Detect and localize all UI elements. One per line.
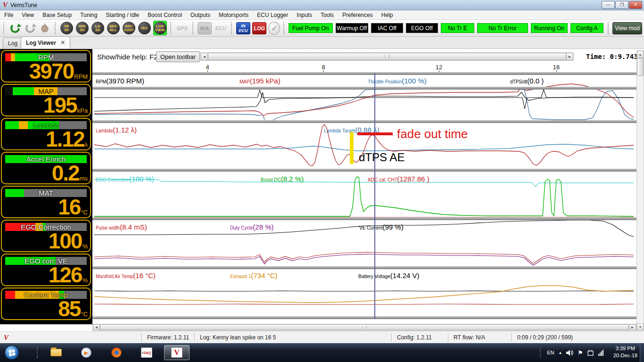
log-view-button[interactable]: LOGVIEW: [153, 21, 167, 35]
start-button[interactable]: [5, 346, 19, 360]
annotation-dtps-ae: dTPS AE: [359, 151, 405, 164]
panel-divider[interactable]: [92, 87, 636, 90]
panel-divider[interactable]: [92, 169, 636, 172]
taskbar-explorer-button[interactable]: [43, 345, 69, 360]
menu-help[interactable]: Help: [377, 11, 397, 19]
vertical-scrollbar[interactable]: ▲ ▼: [636, 50, 644, 331]
toolbar-grip: [170, 22, 172, 34]
ve-3d-button[interactable]: VE3D: [60, 21, 74, 35]
iac-button[interactable]: IAC: [138, 21, 151, 35]
scrollbar-thumb[interactable]: [100, 324, 629, 330]
vemstune-icon: V: [171, 347, 182, 358]
show-hidden-icons[interactable]: ▲: [558, 351, 562, 355]
gauge-title: Lambda: [2, 121, 90, 129]
in-ecu-button[interactable]: INECU: [236, 22, 250, 34]
config-status: Config: 1.2.11: [397, 334, 432, 341]
tab-log[interactable]: Log: [3, 38, 23, 49]
menu-preferences[interactable]: Preferences: [338, 11, 377, 19]
series-label-battery-voltage: Battery Voltage(14.24 V): [358, 272, 420, 280]
menu-motorsports[interactable]: Motorsports: [215, 11, 253, 19]
gauge-coolant-temp: Coolant Temp 85°C: [1, 288, 91, 320]
series-label-duty-cycle: Duty Cycle(28 %): [230, 223, 274, 231]
network-signal-icon[interactable]: [598, 350, 603, 356]
power-plug-icon[interactable]: [587, 350, 594, 356]
gauge-unit: RPM: [74, 73, 88, 80]
scroll-down-icon[interactable]: ▼: [637, 323, 644, 330]
open-toolbar-button[interactable]: Open toolbar: [156, 51, 200, 62]
read-ecu-button[interactable]: [8, 21, 22, 35]
scroll-right-icon[interactable]: ►: [566, 53, 573, 60]
menu-file[interactable]: File: [0, 11, 17, 19]
view-mode-button[interactable]: View mod: [612, 22, 642, 34]
menu-starting-idle[interactable]: Starting / Idle: [101, 11, 143, 19]
ign-2d-button[interactable]: IGN2D: [75, 21, 89, 35]
gps-button[interactable]: GPS: [175, 22, 189, 34]
firefox-icon: [111, 347, 122, 358]
clock-date: 20-Dec-18: [613, 352, 637, 359]
validate-button[interactable]: ✓: [268, 22, 280, 35]
la-2d-button[interactable]: LA2D: [91, 21, 105, 35]
taskbar-vemstune-button[interactable]: V: [164, 345, 190, 360]
gauge-title: Accel Enrich: [2, 155, 90, 163]
media-player-icon: ▶: [81, 347, 91, 358]
taskbar-firefox-button[interactable]: [104, 345, 129, 360]
series-label-exhaust-1: Exhaust 1(734 °C): [230, 272, 278, 280]
ecu-button[interactable]: ECU: [214, 22, 228, 34]
rt-flow-status: RT flow: N/A: [454, 334, 485, 341]
gauge-panel: RPM 3970RPM MAP 195kPa Lambda 1.12λ Acce…: [0, 49, 92, 324]
scrollbar-thumb[interactable]: [208, 53, 566, 60]
adc-all-button[interactable]: ADCALL: [107, 21, 120, 35]
show-desktop-button[interactable]: [640, 343, 644, 362]
tab-bar: Log Log Viewer✕: [0, 37, 644, 49]
menu-tuning[interactable]: Tuning: [76, 11, 101, 19]
panel-divider[interactable]: [92, 266, 636, 269]
app-logo-icon: V: [3, 1, 8, 9]
menu-base-setup[interactable]: Base Setup: [38, 11, 76, 19]
close-button[interactable]: [629, 1, 642, 9]
panel-divider[interactable]: [92, 72, 636, 75]
adc-cust-button[interactable]: ADCCUST: [122, 21, 136, 35]
taskbar-clock[interactable]: 3:39 PM 20-Dec-18: [613, 345, 637, 359]
scroll-left-icon[interactable]: ◄: [201, 53, 208, 60]
top-scrollbar[interactable]: ◄ ►: [200, 52, 574, 61]
scroll-left-icon[interactable]: ◄: [93, 324, 100, 330]
folder-icon: [50, 349, 62, 356]
menu-inputs[interactable]: Inputs: [292, 11, 316, 19]
burn-button[interactable]: [39, 21, 51, 35]
panel-divider[interactable]: [92, 217, 636, 220]
help-text: Show/hide help: F2: [97, 53, 157, 61]
taskbar-media-player-button[interactable]: ▶: [74, 345, 99, 360]
maximize-button[interactable]: [615, 1, 628, 9]
gauge-value: 1.12: [46, 129, 84, 149]
taskbar-idaq-button[interactable]: iDAQ: [134, 345, 159, 360]
panel-divider[interactable]: [92, 316, 636, 319]
gauge-ego-corr-ve: EGO corr. VE 126%: [1, 254, 91, 286]
log-source-button[interactable]: LOG: [252, 22, 267, 34]
windows-flag-icon: [8, 349, 15, 356]
tab-close-icon[interactable]: ✕: [61, 40, 65, 46]
write-ecu-button[interactable]: [24, 21, 37, 35]
tray-grip: [540, 347, 543, 358]
menu-ecu-logger[interactable]: ECU Logger: [253, 11, 292, 19]
menu-tools[interactable]: Tools: [316, 11, 338, 19]
scrollbar-track[interactable]: [637, 76, 644, 323]
minimize-button[interactable]: [602, 1, 615, 9]
scroll-right-icon[interactable]: ►: [629, 324, 636, 330]
scroll-up-icon[interactable]: ▲: [637, 51, 644, 58]
series-label-map: MAP(195 kPa): [239, 77, 281, 85]
menu-boost-control[interactable]: Boost Control: [143, 11, 186, 19]
bottom-scrollbar[interactable]: ◄ ►: [92, 324, 636, 331]
gauge-rpm: RPM 3970RPM: [1, 50, 91, 82]
time-display: Time: 0:9.743: [586, 53, 638, 60]
gauge-lambda: Lambda 1.12λ: [1, 118, 91, 150]
scrollbar-thumb[interactable]: [637, 58, 644, 76]
volume-icon[interactable]: [566, 350, 573, 356]
language-indicator[interactable]: EN: [547, 350, 554, 355]
action-flag-icon[interactable]: ⚑: [578, 349, 583, 356]
na-button[interactable]: N/A: [198, 22, 212, 34]
gauge-mat: MAT 16°C: [1, 186, 91, 218]
tab-log-viewer[interactable]: Log Viewer✕: [21, 36, 70, 49]
menu-view[interactable]: View: [17, 11, 38, 19]
panel-divider[interactable]: [92, 120, 636, 123]
menu-outputs[interactable]: Outputs: [186, 11, 215, 19]
